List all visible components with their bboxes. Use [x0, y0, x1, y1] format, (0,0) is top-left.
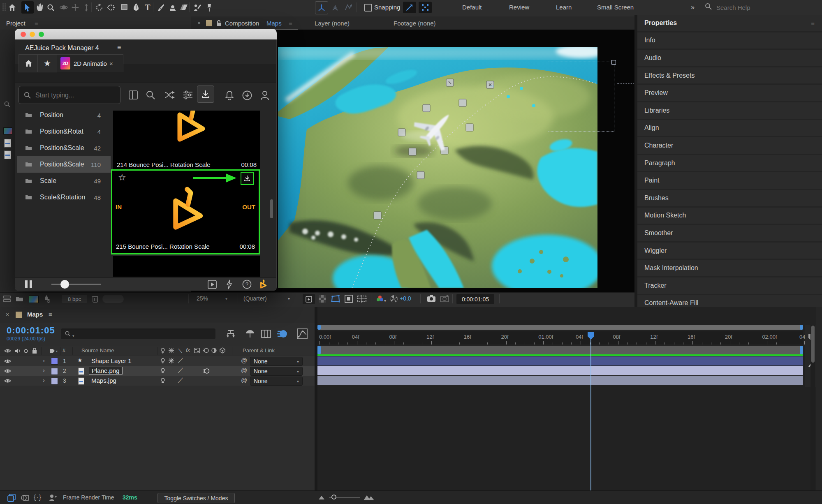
brush-tool-icon[interactable]	[155, 1, 167, 14]
layer-expand-chevron-icon[interactable]: ›	[43, 357, 45, 364]
layer-bar-maps[interactable]	[317, 376, 803, 385]
timeline-ruler[interactable]: 0:00f04f08f12f16f20f01:00f04f08f12f16f20…	[317, 331, 803, 344]
layout-columns-icon[interactable]	[129, 90, 138, 99]
sidebar-panel-mask-interpolation[interactable]: Mask Interpolation	[637, 260, 822, 276]
camera-track-tool-icon[interactable]	[105, 1, 117, 14]
work-area-bar[interactable]	[317, 346, 803, 354]
category-row[interactable]: Scale&Rotation 48	[17, 189, 111, 206]
motion-blur-icon[interactable]	[276, 328, 288, 339]
local-axis-mode-icon[interactable]	[315, 1, 328, 14]
zoom-in-large-icon[interactable]	[364, 495, 374, 500]
timeline-navigator-bar[interactable]	[317, 325, 803, 330]
render-engine-icon[interactable]	[43, 295, 50, 303]
aejuice-home-tab[interactable]	[19, 54, 38, 72]
home-icon[interactable]	[6, 1, 18, 14]
expressions-icon[interactable]: {·}	[34, 494, 42, 501]
audio-column-speaker-icon[interactable]	[15, 348, 20, 354]
layer-expand-chevron-icon[interactable]: ›	[43, 377, 45, 384]
comp-resolution-dropdown[interactable]: (Quarter)	[243, 295, 267, 302]
category-row[interactable]: Position&Scale 110	[17, 156, 111, 173]
snapping-checkbox[interactable]	[364, 4, 372, 12]
motion-path-keyframe[interactable]	[409, 148, 416, 155]
comp-tab-close-icon[interactable]: ×	[197, 20, 201, 26]
show-snapshot-icon[interactable]	[440, 295, 449, 302]
film-column-icon[interactable]	[194, 348, 200, 353]
layer-name[interactable]: Shape Layer 1	[91, 357, 132, 364]
sidebar-divider[interactable]	[634, 15, 637, 307]
trash-icon[interactable]	[92, 295, 98, 303]
comp-tab-menu-icon[interactable]: ≡	[289, 19, 292, 26]
layer-quality-slash-icon[interactable]: ／	[178, 366, 184, 374]
pen-tool-icon[interactable]	[130, 1, 142, 14]
download-filter-button-active[interactable]	[197, 86, 214, 103]
preview-scrubber-track[interactable]	[51, 284, 101, 285]
comp-zoom-dropdown[interactable]: 25%	[197, 295, 208, 302]
category-row[interactable]: Position&Scale 42	[17, 140, 111, 156]
account-icon[interactable]	[260, 90, 269, 100]
video-column-eye-icon[interactable]	[4, 349, 11, 353]
preview-player-icon[interactable]	[208, 280, 217, 289]
motion-path-keyframe[interactable]	[459, 99, 466, 106]
layer-shy-icon[interactable]	[160, 358, 165, 364]
selection-tool-icon[interactable]	[21, 1, 34, 14]
pack-tab-close-icon[interactable]: ×	[109, 60, 113, 67]
sidebar-panel-effects-presets[interactable]: Effects & Presets	[637, 67, 822, 84]
work-area-start-handle[interactable]	[317, 346, 321, 354]
region-of-interest-icon[interactable]	[331, 295, 340, 303]
grid-guides-icon[interactable]	[357, 295, 367, 303]
sidebar-panel-paint[interactable]: Paint	[637, 172, 822, 189]
minimize-traffic-light[interactable]	[30, 32, 35, 37]
work-area-end-handle[interactable]	[800, 346, 803, 354]
channel-rgb-icon[interactable]	[376, 295, 384, 303]
timeline-vertical-scrollbar[interactable]	[810, 325, 815, 490]
parent-pickwhip-icon[interactable]: @	[241, 357, 247, 364]
sidebar-panel-smoother[interactable]: Smoother	[637, 225, 822, 241]
layer-quality-slash-icon[interactable]: ／	[178, 356, 184, 364]
workspace-tab-small-screen[interactable]: Small Screen	[597, 4, 634, 11]
preset-thumbnail-215-highlighted[interactable]: ☆ IN OUT 215 Bounce Posi... Rotation Sca…	[111, 169, 260, 254]
layer-label-swatch[interactable]	[51, 378, 58, 385]
motion-path-keyframe[interactable]	[423, 104, 430, 112]
parent-dropdown[interactable]: None▾	[250, 377, 303, 386]
workspace-tab-learn[interactable]: Learn	[556, 4, 572, 11]
frame-blend-column-icon[interactable]: ＼	[178, 347, 183, 354]
comp-zoom-chevron-icon[interactable]: ▾	[225, 296, 227, 301]
sidebar-panel-audio[interactable]: Audio	[637, 50, 822, 66]
layer-label-swatch[interactable]	[51, 368, 58, 375]
playhead-line[interactable]	[590, 339, 591, 490]
aejuice-search-box[interactable]	[19, 86, 120, 104]
sidebar-panel-libraries[interactable]: Libraries	[637, 102, 822, 119]
comp-timecode[interactable]: 0:00:01:05	[456, 294, 494, 304]
sidebar-properties-menu-icon[interactable]: ≡	[811, 19, 815, 26]
sidebar-panel-tracker[interactable]: Tracker	[637, 277, 822, 294]
timeline-column-divider[interactable]	[315, 307, 317, 490]
fast-previews-icon[interactable]	[303, 294, 315, 304]
timeline-current-timecode[interactable]: 0:00:01:05	[7, 325, 55, 336]
sidebar-panel-brushes[interactable]: Brushes	[637, 190, 822, 206]
workspace-tab-review[interactable]: Review	[509, 4, 529, 11]
timeline-search-box[interactable]: ▾	[61, 328, 215, 339]
sidebar-panel-preview[interactable]: Preview	[637, 85, 822, 101]
mask-visibility-icon[interactable]	[345, 295, 353, 303]
layer-row-2-selected[interactable]: › 2 Plane.png ／ @ None▾	[0, 366, 315, 376]
timeline-tab-name[interactable]: Maps	[27, 311, 43, 318]
preset-download-button[interactable]	[241, 172, 254, 185]
aejuice-search-input[interactable]	[35, 86, 116, 104]
new-composition-icon[interactable]	[29, 296, 39, 303]
preset-thumbnail-214[interactable]: 214 Bounce Posi... Rotation Scale 00:08	[113, 111, 260, 171]
aejuice-window-titlebar[interactable]	[15, 29, 277, 39]
layer-eye-icon[interactable]	[4, 359, 11, 363]
comp-tab-name[interactable]: Maps	[266, 20, 282, 27]
timeline-zoom-slider-knob[interactable]	[331, 495, 336, 499]
project-flowchart-icon[interactable]	[3, 296, 11, 302]
timeline-tab-menu-icon[interactable]: ≡	[49, 311, 52, 318]
exposure-shutter-icon[interactable]	[390, 295, 398, 303]
solo-column-icon[interactable]	[24, 349, 28, 353]
comp-resolution-chevron-icon[interactable]: ▾	[288, 296, 290, 301]
toolbar-grip[interactable]	[2, 3, 4, 5]
label-chevron-icon[interactable]: ▾	[56, 349, 58, 353]
layer-eye-icon[interactable]	[4, 369, 11, 373]
draft-3d-icon[interactable]	[245, 328, 255, 339]
notifications-bell-icon[interactable]	[225, 90, 234, 100]
layer-row-1[interactable]: › 1 ★ Shape Layer 1 ／ @ None▾	[0, 356, 315, 366]
